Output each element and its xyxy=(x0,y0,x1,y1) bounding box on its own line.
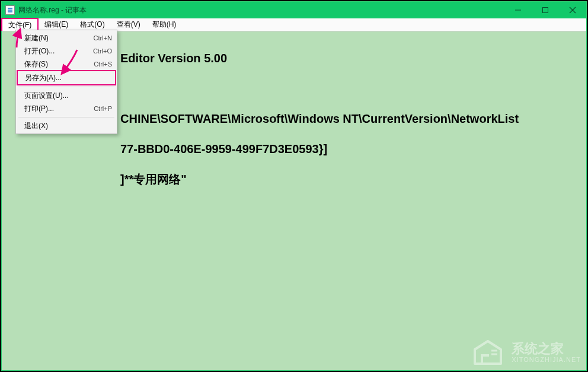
menu-file[interactable]: 文件(F) xyxy=(1,18,39,31)
notepad-icon xyxy=(5,5,15,15)
menu-item-save[interactable]: 保存(S) Ctrl+S xyxy=(17,58,116,71)
menu-item-save-as[interactable]: 另存为(A)... xyxy=(17,70,116,85)
menu-separator xyxy=(18,117,114,117)
menu-item-print[interactable]: 打印(P)... Ctrl+P xyxy=(17,102,116,115)
menu-help[interactable]: 帮助(H) xyxy=(146,18,183,31)
title-bar: 网络名称.reg - 记事本 xyxy=(2,2,586,18)
window-controls xyxy=(504,2,586,18)
menu-item-exit[interactable]: 退出(X) xyxy=(17,119,116,132)
menu-view[interactable]: 查看(V) xyxy=(111,18,146,31)
close-button[interactable] xyxy=(559,2,586,18)
menu-item-new[interactable]: 新建(N) Ctrl+N xyxy=(17,31,116,44)
menu-separator xyxy=(18,87,114,87)
window-title: 网络名称.reg - 记事本 xyxy=(18,5,87,15)
content-line-3: 77-BBD0-406E-9959-499F7D3E0593}] xyxy=(8,141,580,157)
svg-rect-1 xyxy=(543,8,548,13)
menu-format[interactable]: 格式(O) xyxy=(74,18,110,31)
menu-item-page-setup[interactable]: 页面设置(U)... xyxy=(17,89,116,102)
minimize-button[interactable] xyxy=(504,2,532,18)
content-line-4: ]**专用网络" xyxy=(8,171,580,187)
menu-item-open[interactable]: 打开(O)... Ctrl+O xyxy=(17,44,116,58)
menu-edit[interactable]: 编辑(E) xyxy=(39,18,74,31)
maximize-button[interactable] xyxy=(532,2,559,18)
file-menu-dropdown: 新建(N) Ctrl+N 打开(O)... Ctrl+O 保存(S) Ctrl+… xyxy=(15,30,117,134)
